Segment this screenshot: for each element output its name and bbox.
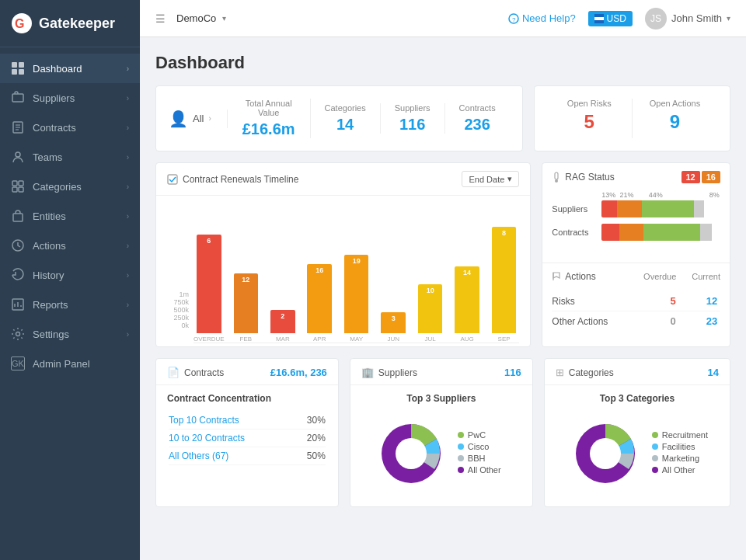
sidebar-item-categories[interactable]: Categories › — [0, 172, 140, 201]
sidebar-item-actions[interactable]: Actions › — [0, 231, 140, 260]
chart-header: Contract Renewals Timeline End Date ▾ — [156, 163, 530, 196]
total-annual-value-label: Total Annual Value — [242, 99, 296, 117]
help-button[interactable]: ? Need Help? — [508, 12, 576, 24]
suppliers-label: Suppliers — [395, 103, 431, 113]
all-filter[interactable]: 👤 All › — [169, 110, 228, 128]
avatar: JS — [645, 8, 667, 30]
categories-value: 14 — [325, 116, 366, 134]
chart-filter-button[interactable]: End Date ▾ — [462, 171, 519, 187]
nav-arrow-icon: › — [127, 183, 129, 191]
categories-card-value: 14 — [708, 367, 719, 378]
top10-link[interactable]: Top 10 Contracts — [169, 415, 239, 426]
allother-cat-dot — [652, 467, 658, 473]
rag-badge-orange: 16 — [702, 171, 720, 183]
bar-chart: 1m 750k 500k 250k 0k 6OVERDUE12FEB2MAR16… — [167, 203, 519, 343]
svg-point-22 — [16, 332, 20, 336]
sidebar-item-history[interactable]: History › — [0, 260, 140, 290]
svg-text:?: ? — [512, 16, 516, 23]
nav-arrow-icon: › — [127, 123, 129, 132]
actions-table: Risks 5 12 Other Actions 0 23 — [542, 287, 730, 336]
hamburger-icon[interactable]: ☰ — [155, 12, 166, 25]
topbar-right: ? Need Help? USD JS John Smith ▾ — [508, 8, 730, 30]
allother-cat-label: All Other — [662, 465, 695, 475]
rag-seg-grey — [694, 200, 703, 217]
nav-arrow-icon: › — [127, 242, 129, 250]
entities-icon — [11, 209, 25, 223]
suppliers-pie-svg — [372, 415, 450, 492]
person-icon: 👤 — [169, 110, 188, 128]
sidebar-item-settings[interactable]: Settings › — [0, 319, 140, 349]
10to20-link[interactable]: 10 to 20 Contracts — [169, 433, 245, 443]
company-dropdown-icon[interactable]: ▾ — [222, 14, 226, 23]
bar-may[interactable]: 19 — [344, 255, 369, 333]
all-label: All — [193, 113, 204, 124]
actions-title-text: Actions — [565, 271, 595, 282]
nav-arrow-icon: › — [127, 94, 129, 103]
topbar: ☰ DemoCo ▾ ? Need Help? USD JS John Smit… — [140, 0, 746, 37]
svg-text:G: G — [15, 17, 24, 30]
legend-facilities: Facilities — [652, 442, 708, 451]
suppliers-card-body: Top 3 Suppliers — [350, 385, 532, 506]
sidebar-item-entities[interactable]: Entities › — [0, 201, 140, 231]
bar-group-overdue: 6OVERDUE — [193, 227, 225, 343]
sidebar-item-suppliers[interactable]: Suppliers › — [0, 83, 140, 113]
sidebar-logo-text: Gatekeeper — [39, 16, 115, 32]
actions-icon — [11, 238, 25, 252]
currency-button[interactable]: USD — [588, 11, 633, 26]
sidebar-item-dashboard[interactable]: Dashboard › — [0, 54, 140, 83]
bar-overdue[interactable]: 6 — [197, 235, 221, 333]
sidebar-item-contracts[interactable]: Contracts › — [0, 113, 140, 142]
dashboard-icon — [11, 61, 25, 75]
categories-card-body: Top 3 Categories — [545, 385, 730, 506]
rag-suppliers-label: Suppliers — [552, 204, 597, 214]
suppliers-icon — [11, 91, 25, 105]
rag-badge-red: 12 — [682, 171, 700, 183]
categories-card-icon: ⊞ — [556, 367, 564, 378]
bar-label-may: MAY — [350, 336, 363, 343]
bar-jun[interactable]: 3 — [381, 312, 406, 333]
other-actions-overdue-value: 0 — [664, 315, 682, 327]
risks-overdue-value: 5 — [664, 295, 682, 307]
top10-pct: 30% — [307, 415, 326, 426]
sidebar-item-teams[interactable]: Teams › — [0, 142, 140, 172]
bar-jul[interactable]: 10 — [418, 284, 443, 333]
current-col-header: Current — [692, 272, 720, 281]
user-menu[interactable]: JS John Smith ▾ — [645, 8, 730, 30]
contracts-bottom-card: 📄 Contracts £16.6m, 236 Contract Concent… — [155, 358, 339, 507]
contracts-card-body: Contract Concentration Top 10 Contracts … — [156, 385, 338, 475]
sidebar-item-label: Actions — [33, 240, 66, 252]
actions-col-headers: Overdue Current — [643, 272, 720, 281]
legend-recruitment: Recruitment — [652, 430, 708, 440]
bar-aug[interactable]: 14 — [455, 266, 479, 333]
bar-feb[interactable]: 12 — [234, 273, 259, 333]
bar-mar[interactable]: 2 — [270, 310, 295, 333]
chart-body: 1m 750k 500k 250k 0k 6OVERDUE12FEB2MAR16… — [156, 196, 530, 346]
bar-sep[interactable]: 8 — [492, 227, 517, 333]
suppliers-pie-chart — [372, 415, 450, 492]
contracts-card-icon: 📄 — [167, 367, 180, 378]
bar-apr[interactable]: 16 — [307, 264, 332, 333]
topbar-left: ☰ DemoCo ▾ — [155, 12, 226, 25]
categories-card-header: ⊞ Categories 14 — [545, 359, 730, 385]
bar-value-aug: 14 — [463, 269, 471, 277]
legend-pwc: PwC — [458, 430, 501, 440]
concentration-title: Contract Concentration — [167, 393, 327, 404]
others-link[interactable]: All Others (67) — [169, 450, 228, 461]
open-actions-value: 9 — [633, 111, 717, 133]
categories-label: Categories — [325, 103, 366, 113]
marketing-label: Marketing — [662, 454, 699, 463]
bar-label-jul: JUL — [425, 336, 436, 343]
company-name[interactable]: DemoCo — [176, 12, 216, 24]
sidebar-item-reports[interactable]: Reports › — [0, 290, 140, 319]
bar-value-jun: 3 — [392, 315, 396, 322]
user-dropdown-icon: ▾ — [727, 14, 730, 23]
nav-arrow-icon: › — [127, 271, 129, 280]
svg-rect-15 — [19, 187, 23, 192]
summary-stats-card: 👤 All › Total Annual Value £16.6m Catego… — [155, 85, 523, 151]
bar-value-sep: 8 — [502, 229, 506, 237]
svg-rect-5 — [19, 69, 24, 75]
suppliers-title-text: Suppliers — [378, 367, 417, 378]
sidebar-item-admin[interactable]: GK Admin Panel — [0, 349, 140, 378]
categories-pie-title: Top 3 Categories — [556, 393, 719, 404]
main-area: ☰ DemoCo ▾ ? Need Help? USD JS John Smit… — [140, 0, 746, 560]
